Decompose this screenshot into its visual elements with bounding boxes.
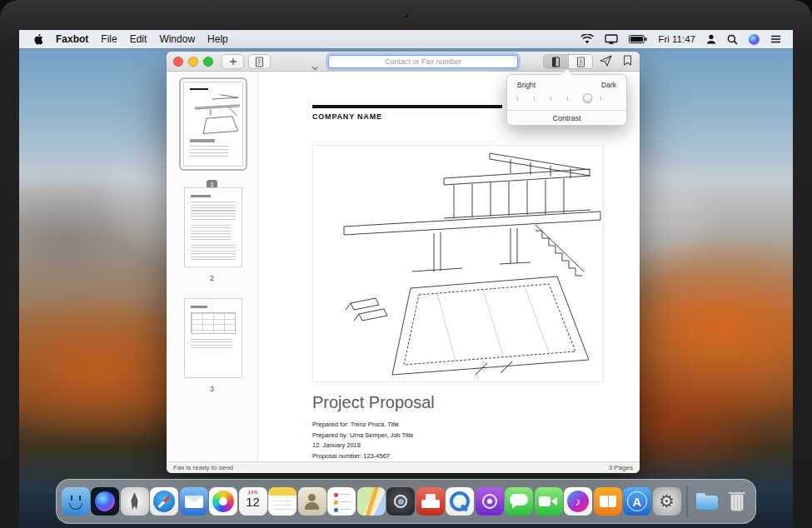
calendar-day: 12 — [239, 495, 267, 509]
thumb-text-lines — [190, 146, 228, 159]
app-store-glyph: A — [623, 487, 651, 516]
display-mirroring-icon[interactable] — [605, 34, 618, 44]
detail-prepared-for: Prepared for: Trenz Pruca, Title — [312, 420, 413, 431]
icon-shape — [95, 491, 115, 511]
dock-icon-trash[interactable] — [723, 487, 751, 516]
dock-icon-reminders[interactable] — [327, 487, 356, 516]
thumb-sketch — [189, 93, 241, 135]
slider-knob[interactable] — [583, 93, 592, 102]
dock-icon-itunes[interactable]: ♪ — [564, 487, 592, 516]
icon-shape — [539, 496, 550, 506]
company-rule — [312, 105, 502, 108]
contrast-filter-button[interactable] — [544, 55, 568, 68]
contrast-slider[interactable] — [517, 93, 616, 103]
icon-shape — [334, 493, 338, 497]
dock-icon-maps[interactable] — [357, 487, 386, 516]
dock: JAN 12 ♪ A ⚙ — [56, 479, 756, 524]
music-note-glyph: ♪ — [564, 487, 592, 516]
page-thumbnail-1[interactable] — [179, 77, 247, 171]
icon-shape — [129, 492, 140, 510]
dock-icon-finder[interactable] — [62, 487, 90, 516]
close-button[interactable] — [173, 57, 183, 67]
thumb-title-line — [190, 139, 215, 142]
architecture-sketch — [312, 145, 604, 382]
icon-shape — [153, 491, 175, 512]
bookmark-button[interactable] — [623, 55, 632, 66]
page-view-button[interactable] — [248, 54, 271, 69]
menu-file[interactable]: File — [101, 33, 117, 45]
dock-icon-siri[interactable] — [91, 487, 119, 516]
status-bar: Fax is ready to send 3 Pages — [167, 461, 640, 473]
dock-icon-podcasts[interactable] — [476, 487, 504, 516]
dock-icon-downloads-folder[interactable] — [693, 487, 721, 516]
dock-icon-mail[interactable] — [180, 487, 208, 516]
window-toolbar — [167, 52, 640, 72]
camera-dot — [403, 12, 408, 17]
notification-center-icon[interactable] — [770, 35, 781, 43]
icon-shape — [212, 491, 234, 512]
document-details: Prepared for: Trenz Pruca, Title Prepare… — [312, 420, 413, 461]
icon-shape — [69, 503, 82, 510]
menu-edit[interactable]: Edit — [130, 33, 147, 45]
dock-icon-calendar[interactable]: JAN 12 — [239, 487, 267, 516]
company-name: COMPANY NAME — [312, 112, 382, 121]
minimize-button[interactable] — [188, 57, 198, 67]
detail-proposal-number: Proposal number: 123-4567 — [312, 451, 413, 462]
menu-bar-right: Fri 11:47 — [580, 34, 793, 45]
battery-icon[interactable] — [629, 35, 647, 43]
siri-icon[interactable] — [749, 34, 760, 45]
page-thumbnail-2[interactable] — [184, 187, 242, 267]
faxbot-window: 1 2 — [167, 52, 640, 473]
add-fax-button[interactable] — [222, 54, 244, 69]
icon-shape — [450, 491, 470, 511]
thumbnail-sidebar: 1 2 — [167, 72, 258, 461]
thumb-table — [191, 312, 236, 334]
dock-icon-facetime[interactable] — [535, 487, 563, 516]
dock-icon-photo-booth[interactable] — [386, 487, 415, 516]
dock-icon-books[interactable] — [594, 487, 622, 516]
icon-shape — [510, 494, 528, 506]
popover-labels: Bright Dark — [517, 81, 616, 89]
icon-shape — [730, 494, 744, 511]
apple-menu-icon[interactable] — [34, 33, 43, 45]
menu-window[interactable]: Window — [159, 33, 195, 45]
dock-icon-faxbot[interactable] — [416, 487, 445, 516]
page-thumbnail-3[interactable] — [184, 298, 242, 378]
original-view-button[interactable] — [568, 55, 592, 68]
dock-icon-messages[interactable] — [505, 487, 533, 516]
menu-help[interactable]: Help — [207, 33, 228, 45]
detail-date: 12. January 2018 — [312, 441, 413, 451]
icon-shape — [273, 501, 291, 511]
dock-icon-system-preferences[interactable]: ⚙ — [653, 487, 681, 516]
slider-ticks — [517, 97, 616, 101]
menu-app-name[interactable]: Faxbot — [56, 33, 88, 45]
menu-clock[interactable]: Fri 11:47 — [658, 34, 695, 44]
dock-icon-launchpad[interactable] — [121, 487, 149, 516]
dock-icon-app-store[interactable]: A — [623, 487, 651, 516]
filter-segmented-control — [543, 54, 593, 69]
icon-shape — [421, 500, 440, 508]
dock-icon-photos[interactable] — [209, 487, 237, 516]
icon-shape — [364, 487, 379, 516]
user-icon[interactable] — [706, 34, 716, 44]
dock-icon-quicktime[interactable] — [446, 487, 474, 516]
wifi-icon[interactable] — [580, 34, 594, 44]
document-preview: COMPANY NAME — [259, 72, 640, 461]
spotlight-search-icon[interactable] — [727, 34, 738, 45]
page-count: 3 Pages — [609, 464, 633, 471]
detail-prepared-by: Prepared by: Urna Semper, Job Title — [312, 431, 413, 441]
page-3-label: 3 — [167, 385, 257, 393]
icon-shape — [696, 496, 718, 510]
dark-label: Dark — [601, 81, 616, 89]
bright-label: Bright — [517, 81, 536, 89]
zoom-button[interactable] — [203, 57, 213, 67]
dock-icon-safari[interactable] — [150, 487, 178, 516]
thumbnail-2-page — [184, 187, 242, 267]
dock-icon-contacts[interactable] — [298, 487, 326, 516]
send-fax-button[interactable] — [600, 55, 612, 67]
dock-icon-notes[interactable] — [268, 487, 296, 516]
thumbnail-1-page — [183, 82, 243, 167]
icon-shape — [394, 495, 407, 508]
gear-icon: ⚙ — [653, 487, 681, 516]
fax-number-input[interactable] — [328, 55, 518, 68]
